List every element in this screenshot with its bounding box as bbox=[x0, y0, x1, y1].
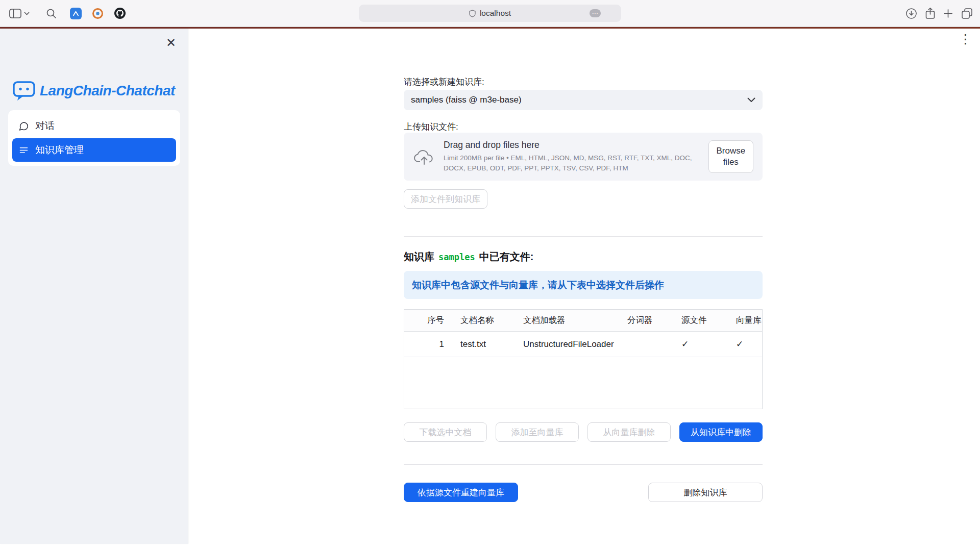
cell-loader: UnstructuredFileLoader bbox=[515, 339, 619, 349]
table-header-index[interactable]: 序号 bbox=[404, 315, 452, 326]
tab-overview-button[interactable] bbox=[961, 8, 973, 19]
github-icon bbox=[114, 7, 126, 19]
remove-from-vector-store-button[interactable]: 从向量库删除 bbox=[587, 422, 671, 442]
delete-from-kb-button[interactable]: 从知识库中删除 bbox=[679, 422, 763, 442]
extension-button-blue[interactable] bbox=[70, 8, 82, 19]
main-content: 请选择或新建知识库: samples (faiss @ m3e-base) 上传… bbox=[404, 0, 763, 551]
logo-text: LangChain-Chatchat bbox=[40, 83, 175, 99]
new-tab-button[interactable] bbox=[943, 9, 953, 18]
extension-button-ring[interactable] bbox=[92, 8, 104, 19]
sidebar-toggle-button[interactable] bbox=[9, 9, 30, 18]
ring-extension-icon bbox=[92, 8, 104, 19]
toolbar-right-group bbox=[905, 0, 973, 27]
cell-vector-store-check: ✓ bbox=[728, 339, 762, 349]
sidebar: ✕ LangChain-Chatchat 对话 知识库管理 bbox=[0, 29, 188, 544]
table-header-vector-store[interactable]: 向量库 bbox=[728, 315, 762, 326]
divider bbox=[404, 464, 763, 465]
table-header-loader[interactable]: 文档加载器 bbox=[515, 315, 619, 326]
search-button[interactable] bbox=[46, 8, 57, 19]
logo-chat-icon bbox=[12, 80, 36, 102]
plus-icon bbox=[943, 9, 953, 18]
share-icon bbox=[925, 7, 935, 19]
file-actions-row: 下载选中文档 添加至向量库 从向量库删除 从知识库中删除 bbox=[404, 422, 763, 442]
app-menu-button[interactable]: ⋮ bbox=[957, 31, 974, 47]
kb-select-value: samples (faiss @ m3e-base) bbox=[411, 95, 747, 105]
nav-item-label: 对话 bbox=[35, 119, 55, 133]
table-row[interactable]: 1 test.txt UnstructuredFileLoader ✓ ✓ bbox=[404, 332, 762, 357]
chevron-down-icon bbox=[747, 97, 755, 103]
share-button[interactable] bbox=[925, 7, 935, 19]
chevron-down-icon bbox=[24, 12, 30, 15]
search-icon bbox=[46, 8, 57, 19]
screen: localhost ⋯ bbox=[0, 0, 980, 551]
kb-select-label: 请选择或新建知识库: bbox=[404, 76, 484, 88]
blue-extension-icon bbox=[70, 8, 82, 19]
upload-label: 上传知识文件: bbox=[404, 121, 458, 133]
browse-files-button[interactable]: Browse files bbox=[708, 140, 753, 173]
knowledge-base-icon bbox=[18, 145, 29, 156]
kb-name-code: samples bbox=[438, 252, 475, 262]
dropzone-limit: Limit 200MB per file • EML, HTML, JSON, … bbox=[444, 153, 699, 173]
add-to-vector-store-button[interactable]: 添加至向量库 bbox=[496, 422, 579, 442]
table-empty-area bbox=[404, 357, 762, 409]
app-logo: LangChain-Chatchat bbox=[12, 80, 175, 102]
sidebar-panel-icon bbox=[9, 9, 21, 18]
divider bbox=[404, 236, 763, 237]
cell-doc-name: test.txt bbox=[452, 339, 515, 349]
sidebar-close-button[interactable]: ✕ bbox=[163, 34, 179, 52]
table-header-doc-name[interactable]: 文档名称 bbox=[452, 315, 515, 326]
nav-item-label: 知识库管理 bbox=[35, 143, 84, 157]
table-header-row: 序号 文档名称 文档加载器 分词器 源文件 向量库 bbox=[404, 310, 762, 332]
chat-bubble-icon bbox=[18, 121, 29, 132]
download-selected-button[interactable]: 下载选中文档 bbox=[404, 422, 487, 442]
kb-select[interactable]: samples (faiss @ m3e-base) bbox=[404, 90, 763, 110]
cloud-upload-icon bbox=[413, 148, 434, 165]
nav-item-kb-management[interactable]: 知识库管理 bbox=[12, 138, 176, 162]
delete-kb-button[interactable]: 删除知识库 bbox=[648, 483, 763, 502]
file-dropzone[interactable]: Drag and drop files here Limit 200MB per… bbox=[404, 133, 763, 181]
nav-item-dialogue[interactable]: 对话 bbox=[12, 114, 176, 138]
sidebar-nav: 对话 知识库管理 bbox=[8, 110, 180, 166]
toolbar-left-group bbox=[9, 0, 126, 27]
files-table: 序号 文档名称 文档加载器 分词器 源文件 向量库 1 test.txt Uns… bbox=[404, 309, 763, 409]
downloads-button[interactable] bbox=[905, 8, 917, 19]
files-heading-suffix: 中已有文件: bbox=[479, 250, 534, 264]
footer-actions-row: 依据源文件重建向量库 删除知识库 bbox=[404, 483, 763, 502]
table-header-source-file[interactable]: 源文件 bbox=[673, 315, 728, 326]
table-header-splitter[interactable]: 分词器 bbox=[619, 315, 673, 326]
files-heading-prefix: 知识库 bbox=[404, 250, 434, 264]
cell-index: 1 bbox=[404, 339, 452, 349]
dropzone-title: Drag and drop files here bbox=[444, 140, 699, 151]
tabs-icon bbox=[961, 8, 973, 19]
add-files-to-kb-button[interactable]: 添加文件到知识库 bbox=[404, 189, 487, 209]
cell-source-file-check: ✓ bbox=[673, 339, 728, 349]
download-icon bbox=[905, 8, 917, 19]
files-heading: 知识库 samples 中已有文件: bbox=[404, 250, 533, 264]
rebuild-vector-store-button[interactable]: 依据源文件重建向量库 bbox=[404, 483, 518, 502]
github-extension-button[interactable] bbox=[114, 7, 126, 19]
dropzone-text: Drag and drop files here Limit 200MB per… bbox=[444, 140, 699, 173]
info-banner: 知识库中包含源文件与向量库，请从下表中选择文件后操作 bbox=[404, 271, 763, 299]
